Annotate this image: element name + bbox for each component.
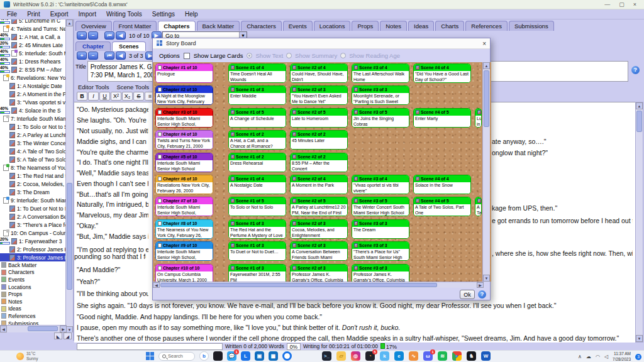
scroll-down-icon[interactable]: ▼: [483, 275, 490, 282]
timer-app-icon[interactable]: ◔5: [365, 351, 375, 361]
tab-ideas[interactable]: Ideas: [408, 21, 434, 31]
scene-card-6-1[interactable]: Scene #1 of 4A Nostalgic Date: [228, 175, 286, 194]
file-explorer-icon[interactable]: ▱: [336, 351, 346, 361]
scroll-left-icon[interactable]: ◀: [153, 282, 160, 288]
menu-import[interactable]: Import: [74, 10, 101, 18]
close-button[interactable]: ×: [633, 1, 636, 8]
tree-item-1-the-red-hat-and-th[interactable]: 1: The Red Hat and th: [0, 172, 67, 180]
tree-item-3-vivas-oportet-si-vis[interactable]: 3: "Vivas oportet si vis: [0, 98, 67, 106]
spotify-icon[interactable]: ≋: [438, 351, 447, 361]
scene-card-8-2[interactable]: Scene #2 of 3Cocoa, Melodies, and Enligh…: [290, 219, 348, 239]
tree-item-9-interlude-south-miami[interactable]: 9: Interlude: South Miami: [0, 196, 67, 204]
tree-item-2-cocoa-melodies-a[interactable]: 2: Cocoa, Melodies, a: [0, 180, 67, 188]
tab-references[interactable]: References: [465, 21, 508, 31]
subtab-scenes[interactable]: Scenes: [112, 41, 146, 51]
subtab-chapter[interactable]: Chapter: [75, 41, 111, 51]
scroll-down-icon[interactable]: ▼: [636, 335, 643, 342]
chapter-card-7[interactable]: Chapter #7 of 10Interlude South Miami Se…: [155, 197, 213, 216]
scene-card-9-2[interactable]: Scene #2 of 3A Conversation Between Frie…: [290, 241, 348, 261]
tree-item-10-on-campus-columb[interactable]: 10: On Campus - Columb: [0, 229, 67, 237]
scene-card-5-1[interactable]: Scene #1 of 2Dress Rehearsal: [228, 153, 286, 172]
help-icon[interactable]: ?: [631, 66, 640, 74]
prev-scene-button[interactable]: ◀: [116, 52, 126, 60]
scene-card-3-4[interactable]: Scene #4 of 5Enter Marty: [413, 108, 471, 128]
scroll-right-icon[interactable]: ▶: [477, 282, 484, 288]
chapter-card-3[interactable]: Chapter #3 of 10Interlude South Miami Se…: [155, 108, 213, 128]
minimize-button[interactable]: —: [604, 1, 610, 8]
radio-show-reading-age[interactable]: [340, 53, 346, 58]
edge-icon[interactable]: e: [394, 351, 404, 361]
sidebar-item-characters[interactable]: Characters: [0, 269, 67, 277]
tree-item-1-fayerweather-3[interactable]: 20%1: Fayerweather 3: [0, 237, 67, 245]
chapter-card-1[interactable]: Chapter #1 of 10Prologue: [155, 63, 213, 83]
scene-card-9-3[interactable]: Scene #3 of 3"There's a Place for Us" So…: [352, 241, 409, 261]
menu-writing-tools[interactable]: Writing Tools: [102, 10, 147, 18]
scene-card-7-1[interactable]: Scene #1 of 5To Solo or Not to Solo: [228, 197, 286, 216]
scroll-up-icon[interactable]: ▲: [66, 19, 73, 26]
chapter-card-4[interactable]: Chapter #4 of 10Twists and Turns New Yor…: [155, 130, 213, 150]
menu-settings[interactable]: Settings: [148, 10, 179, 18]
tab-charts[interactable]: Charts: [435, 21, 464, 31]
radio-show-text[interactable]: [247, 53, 252, 58]
tab-props[interactable]: Props: [352, 21, 379, 31]
chapter-card-2[interactable]: Chapter #2 of 10A Night at the Moonglow …: [155, 85, 213, 105]
tree-item-3-professor-james-k[interactable]: 3: Professor James K.: [0, 253, 67, 261]
tree-item-6-revelations-new-york[interactable]: 6: Revelations: New York: [0, 74, 67, 82]
fox-browser-icon[interactable]: ∿: [409, 351, 418, 361]
weather-widget[interactable]: 31°C Sunny: [16, 351, 38, 361]
tab-submissions[interactable]: Submissions: [509, 21, 554, 31]
tree-item-5-lunchtime-in-c[interactable]: 40%5: Lunchtime in C: [0, 19, 67, 25]
scene-card-7-3[interactable]: Scene #3 of 5The Winter Concert South Mi…: [352, 197, 409, 216]
scene-card-7-4[interactable]: Scene #4 of 5A Tale of Two Solos, Part O…: [413, 197, 471, 216]
sidebar-item-props[interactable]: Props: [0, 290, 67, 298]
tree-item-1-a-hat-a-call-a[interactable]: 40%1: A Hat, a Call, a: [0, 33, 67, 41]
scene-card-3-2[interactable]: Scene #2 of 5Late to Homeroom: [290, 108, 348, 128]
game-icon[interactable]: ♞: [467, 351, 476, 361]
k-app-icon[interactable]: k: [380, 351, 389, 361]
chapter-card-5[interactable]: Chapter #5 of 10Interlude South Miami Se…: [155, 153, 213, 172]
scene-card-10-2[interactable]: Scene #2 of 3Professor James K. Garraty'…: [290, 264, 348, 282]
dialog-help-icon[interactable]: ?: [478, 290, 486, 299]
tab-notes[interactable]: Notes: [380, 21, 407, 31]
terminal-icon[interactable]: >_: [322, 351, 331, 361]
scene-card-8-3[interactable]: Scene #3 of 3The Dream: [352, 219, 409, 239]
chrome-icon[interactable]: ●: [452, 351, 462, 361]
scene-card-10-3[interactable]: Scene #3 of 3Professor James K. Garraty'…: [352, 264, 409, 282]
tree-item-2-a-conversation-bet[interactable]: 2: A Conversation Bet: [0, 212, 67, 221]
onedrive-cloud-icon[interactable]: ☁: [586, 354, 591, 359]
first-chapter-button[interactable]: ⏮: [104, 31, 114, 40]
scene-card-4-1[interactable]: Scene #1 of 2A Hat, a Call, and a Chance…: [228, 130, 286, 150]
dialog-close-icon[interactable]: ×: [482, 40, 486, 47]
add-scene-button[interactable]: +: [77, 52, 87, 60]
sidebar-item-back-matter[interactable]: Back Matter: [0, 261, 67, 269]
sidebar-horizontal-scrollbar[interactable]: ◀ ▶: [0, 325, 67, 332]
tab-front-matter[interactable]: Front Matter: [113, 21, 157, 31]
chat-icon[interactable]: 💬1: [227, 351, 236, 361]
editor-menu-editor-tools[interactable]: Editor Tools: [78, 84, 109, 90]
tab-events[interactable]: Events: [283, 21, 313, 31]
sidebar-item-notes[interactable]: Notes: [0, 298, 67, 305]
chapter-card-10[interactable]: Chapter #10 of 10On Campus Columbia Univ…: [155, 264, 213, 282]
tree-item-4-twists-and-turns-new[interactable]: 4: Twists and Turns: New: [0, 25, 67, 33]
tree-item-1-a-nostalgic-date[interactable]: 1: A Nostalgic Date: [0, 82, 67, 90]
search-box[interactable]: Search: [158, 352, 195, 361]
tree-item-2-a-moment-in-the-pa[interactable]: 2: A Moment in the Pa: [0, 90, 67, 98]
taskbar-clock[interactable]: 11:37 AM 7/28/2023: [613, 351, 631, 361]
scene-card-2-2[interactable]: Scene #2 of 3"You Haven't Even Asked Me …: [290, 85, 348, 105]
tab-characters[interactable]: Characters: [241, 21, 281, 31]
ok-button[interactable]: Ok: [460, 290, 475, 299]
sidebar-item-events[interactable]: Events: [0, 276, 67, 283]
scene-card-6-4[interactable]: Scene #4 of 4Solace in the Snow: [413, 175, 471, 194]
tree-item-2-professor-james-k[interactable]: 2: Professor James K.: [0, 245, 67, 253]
scene-card-1-2[interactable]: Scene #2 of 4Could Have, Should Have, Di…: [290, 63, 348, 83]
scene-card-10-1[interactable]: Scene #1 of 3Fayerweather 301M, 2:55 PM: [228, 264, 286, 282]
start-button[interactable]: [146, 352, 154, 360]
menu-help[interactable]: Help: [180, 10, 203, 18]
chapter-card-8[interactable]: Chapter #8 of 10The Nearness of You New …: [155, 219, 213, 239]
tree-item-2-8-55-pm-after[interactable]: 40%2: 8:55 PM – After: [0, 65, 67, 74]
scene-card-2-1[interactable]: Scene #1 of 3Enter Maddie: [228, 85, 286, 105]
tab-chapters[interactable]: Chapters: [158, 21, 195, 31]
expand-panel-icon[interactable]: ◢: [64, 332, 72, 339]
tree-item-1-dress-rehears[interactable]: 40%1: Dress Rehears: [0, 57, 67, 65]
scene-card-3-3[interactable]: Scene #3 of 5Jin Joins the Singing Cobra…: [352, 108, 409, 128]
